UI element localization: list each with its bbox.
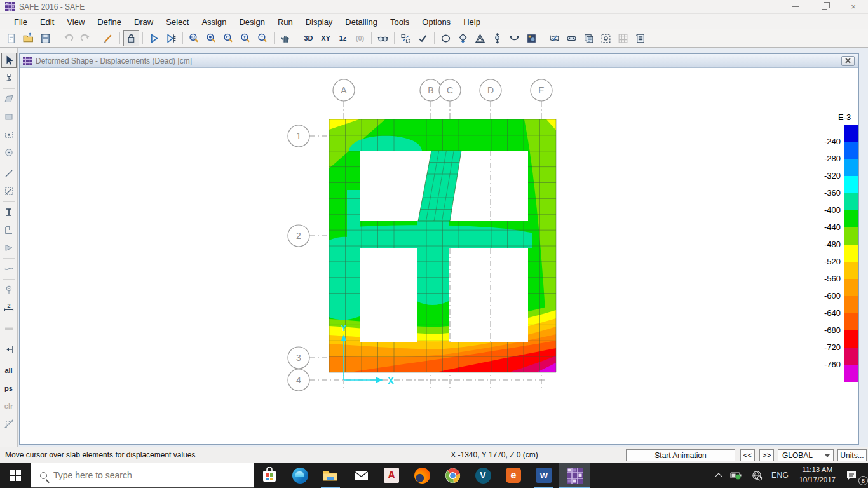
show-layers-icon[interactable] bbox=[581, 30, 597, 46]
network-globe-icon[interactable] bbox=[747, 463, 767, 488]
menu-assign[interactable]: Assign bbox=[195, 15, 233, 29]
pointer-tool-icon[interactable] bbox=[1, 53, 17, 68]
menu-help[interactable]: Help bbox=[457, 15, 487, 29]
action-center-icon[interactable]: 8 bbox=[841, 463, 868, 488]
save-file-icon[interactable] bbox=[37, 30, 53, 46]
draw-support-icon[interactable] bbox=[1, 342, 17, 357]
redo-icon[interactable] bbox=[78, 30, 93, 46]
undo-icon[interactable] bbox=[60, 30, 76, 46]
rotate-view-button[interactable]: (0) bbox=[352, 30, 368, 46]
show-strip-forces-icon[interactable] bbox=[506, 30, 522, 46]
zoom-out-icon[interactable] bbox=[255, 30, 271, 46]
tray-chevron-up-icon[interactable] bbox=[712, 463, 726, 488]
draw-line-icon[interactable] bbox=[1, 166, 17, 181]
menu-select[interactable]: Select bbox=[159, 15, 195, 29]
start-animation-button[interactable]: Start Animation bbox=[626, 449, 735, 461]
menu-design[interactable]: Design bbox=[233, 15, 271, 29]
previous-button[interactable]: << bbox=[740, 449, 755, 461]
object-shrink-toggle-icon[interactable] bbox=[398, 30, 414, 46]
menu-options[interactable]: Options bbox=[416, 15, 457, 29]
draw-point-load-icon[interactable] bbox=[1, 282, 17, 297]
clear-selection-button[interactable]: clr bbox=[1, 398, 17, 414]
snap-toggle-icon[interactable] bbox=[1, 416, 17, 431]
menu-view[interactable]: View bbox=[60, 15, 91, 29]
draw-slab-quad-icon[interactable] bbox=[1, 92, 17, 107]
pan-icon[interactable] bbox=[278, 30, 294, 46]
run-design-icon[interactable] bbox=[163, 30, 179, 46]
taskbar-e-app-icon[interactable]: e bbox=[498, 463, 529, 488]
coordinate-system-select[interactable]: GLOBAL bbox=[778, 449, 834, 461]
lock-model-icon[interactable] bbox=[123, 30, 139, 46]
start-button[interactable] bbox=[0, 463, 31, 488]
draw-slab-click-icon[interactable] bbox=[1, 127, 17, 142]
show-slab-design-icon[interactable] bbox=[472, 30, 488, 46]
draw-polyline-icon[interactable] bbox=[1, 222, 17, 238]
rubber-band-zoom-icon[interactable] bbox=[186, 30, 202, 46]
next-button[interactable]: >> bbox=[759, 449, 774, 461]
taskbar-file-explorer-icon[interactable] bbox=[315, 463, 346, 488]
units-button[interactable]: Units... bbox=[837, 449, 867, 461]
menu-run[interactable]: Run bbox=[271, 15, 299, 29]
select-region-icon[interactable] bbox=[598, 30, 614, 46]
search-input[interactable] bbox=[53, 470, 212, 480]
show-report-icon[interactable] bbox=[632, 30, 648, 46]
menu-file[interactable]: File bbox=[8, 15, 34, 29]
menu-tools[interactable]: Tools bbox=[384, 15, 416, 29]
show-loads-icon[interactable] bbox=[455, 30, 471, 46]
draw-circular-slab-icon[interactable] bbox=[1, 145, 17, 160]
draw-wall-icon[interactable] bbox=[1, 240, 17, 255]
taskbar-autocad-icon[interactable]: A bbox=[376, 463, 407, 488]
draw-pencil-icon[interactable] bbox=[100, 30, 116, 46]
draw-strip-icon[interactable] bbox=[1, 321, 17, 336]
draw-slab-rect-icon[interactable] bbox=[1, 109, 17, 125]
view-z-button[interactable]: 1z bbox=[335, 30, 351, 46]
show-punching-icon[interactable] bbox=[489, 30, 505, 46]
draw-tendon-icon[interactable] bbox=[1, 261, 17, 276]
language-indicator[interactable]: ENG bbox=[767, 463, 794, 488]
menu-define[interactable]: Define bbox=[91, 15, 128, 29]
legend-tick-label: -360 bbox=[803, 188, 841, 198]
show-undeformed-icon[interactable] bbox=[415, 30, 431, 46]
draw-line-select-icon[interactable] bbox=[1, 184, 17, 199]
menu-display[interactable]: Display bbox=[299, 15, 339, 29]
close-button[interactable]: × bbox=[839, 0, 868, 13]
show-contours-icon[interactable] bbox=[524, 30, 539, 46]
taskbar-v-app-icon[interactable]: V bbox=[468, 463, 498, 488]
open-file-icon[interactable] bbox=[20, 30, 36, 46]
previous-zoom-icon[interactable] bbox=[220, 30, 236, 46]
zoom-in-icon[interactable] bbox=[238, 30, 254, 46]
select-all-button[interactable]: all bbox=[1, 363, 17, 378]
strip-based-display-icon[interactable] bbox=[546, 30, 562, 46]
draw-dimension-line-icon[interactable]: 2 bbox=[1, 300, 17, 315]
menu-detailing[interactable]: Detailing bbox=[339, 15, 384, 29]
show-grid-icon[interactable] bbox=[615, 30, 631, 46]
legend-tick-label: -600 bbox=[803, 291, 841, 301]
reshape-tool-icon[interactable] bbox=[1, 71, 17, 86]
taskbar-edge-browser-icon[interactable] bbox=[285, 463, 315, 488]
menu-draw[interactable]: Draw bbox=[128, 15, 159, 29]
clock[interactable]: 11:13 AM10/17/2017 bbox=[793, 463, 841, 488]
view-xy-button[interactable]: XY bbox=[318, 30, 334, 46]
taskbar-search[interactable] bbox=[31, 463, 254, 488]
show-beam-forces-icon[interactable] bbox=[564, 30, 580, 46]
plot-canvas[interactable]: ABCDE1234 Y X E-3 -240-280-320-360-400-4… bbox=[20, 68, 858, 444]
taskbar-microsoft-store-icon[interactable] bbox=[254, 463, 285, 488]
display-options-glasses-icon[interactable] bbox=[375, 30, 391, 46]
restore-button[interactable] bbox=[810, 0, 839, 13]
taskbar-chrome-icon[interactable] bbox=[437, 463, 468, 488]
battery-icon[interactable] bbox=[726, 463, 747, 488]
menu-edit[interactable]: Edit bbox=[34, 15, 60, 29]
minimize-button[interactable] bbox=[780, 0, 810, 13]
taskbar-safe-app-icon[interactable] bbox=[559, 463, 590, 488]
view-3d-button[interactable]: 3D bbox=[301, 30, 316, 46]
restore-full-view-icon[interactable] bbox=[203, 30, 219, 46]
previous-selection-button[interactable]: ps bbox=[1, 381, 17, 396]
draw-point-icon[interactable] bbox=[438, 30, 454, 46]
run-analysis-icon[interactable] bbox=[146, 30, 162, 46]
taskbar-mail-icon[interactable] bbox=[346, 463, 376, 488]
draw-beam-icon[interactable] bbox=[1, 205, 17, 220]
taskbar-word-icon[interactable]: W bbox=[529, 463, 559, 488]
new-model-icon[interactable] bbox=[3, 30, 19, 46]
document-close-button[interactable] bbox=[841, 56, 855, 66]
taskbar-firefox-icon[interactable] bbox=[407, 463, 437, 488]
